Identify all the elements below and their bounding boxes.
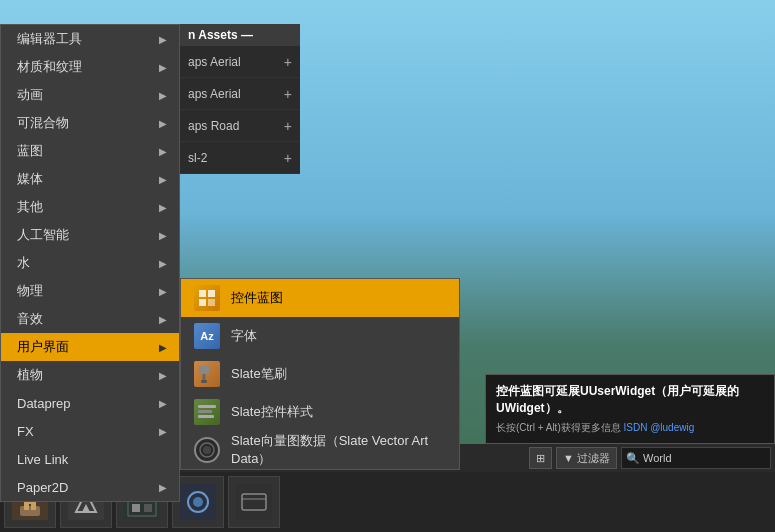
svg-rect-24 [132, 504, 140, 512]
menu-item-paper2d[interactable]: Paper2D ▶ [1, 473, 179, 501]
submenu-item-widget-blueprint[interactable]: 控件蓝图 [181, 279, 459, 317]
tooltip-hint: 长按(Ctrl + Alt)获得更多信息 ISDN @ludewig [496, 421, 764, 435]
svg-rect-6 [201, 380, 207, 383]
main-context-menu: 编辑器工具 ▶ 材质和纹理 ▶ 动画 ▶ 可混合物 ▶ 蓝图 ▶ 媒体 ▶ 其他… [0, 24, 180, 502]
add-asset-btn-4[interactable]: + [284, 150, 292, 166]
ui-submenu: 控件蓝图 Az 字体 Slate笔刷 [180, 278, 460, 470]
arrow-icon: ▶ [159, 482, 167, 493]
arrow-icon: ▶ [159, 62, 167, 73]
slate-vector-icon [194, 437, 220, 463]
arrow-icon: ▶ [159, 314, 167, 325]
menu-item-dataprep[interactable]: Dataprep ▶ [1, 389, 179, 417]
menu-item-sound[interactable]: 音效 ▶ [1, 305, 179, 333]
font-icon: Az [194, 323, 220, 349]
submenu-item-font[interactable]: Az 字体 [181, 317, 459, 355]
add-asset-btn-3[interactable]: + [284, 118, 292, 134]
menu-item-livelink[interactable]: Live Link ▶ [1, 445, 179, 473]
arrow-icon: ▶ [159, 286, 167, 297]
font-icon-box: Az [193, 322, 221, 350]
slate-brush-icon [194, 361, 220, 387]
menu-item-ai[interactable]: 人工智能 ▶ [1, 221, 179, 249]
menu-item-fx[interactable]: FX ▶ [1, 417, 179, 445]
widget-blueprint-label: 控件蓝图 [231, 289, 283, 307]
add-asset-btn-1[interactable]: + [284, 54, 292, 70]
font-label: 字体 [231, 327, 257, 345]
arrow-icon: ▶ [159, 174, 167, 185]
menu-item-materials[interactable]: 材质和纹理 ▶ [1, 53, 179, 81]
slate-vector-icon-box [193, 436, 221, 464]
svg-point-28 [193, 497, 203, 507]
submenu-item-slate-brush[interactable]: Slate笔刷 [181, 355, 459, 393]
arrow-icon: ▶ [159, 398, 167, 409]
slate-brush-label: Slate笔刷 [231, 365, 287, 383]
search-icon: 🔍 [626, 452, 640, 465]
filter-dropdown[interactable]: ▼ 过滤器 [556, 447, 617, 469]
slate-style-label: Slate控件样式 [231, 403, 313, 421]
svg-rect-9 [198, 415, 214, 418]
slate-vector-label: Slate向量图数据（Slate Vector Art Data） [231, 432, 447, 468]
arrow-icon: ▶ [159, 258, 167, 269]
menu-item-ui[interactable]: 用户界面 ▶ [1, 333, 179, 361]
svg-rect-15 [24, 502, 29, 510]
asset-preview-4 [180, 484, 216, 520]
assets-panel: n Assets — aps Aerial + aps Aerial + aps… [180, 24, 300, 174]
filter-icon: ▼ [563, 452, 574, 464]
arrow-icon: ▶ [159, 370, 167, 381]
submenu-item-slate-style[interactable]: Slate控件样式 [181, 393, 459, 431]
assets-panel-header: n Assets — [180, 24, 300, 46]
svg-rect-1 [208, 290, 215, 297]
svg-rect-14 [20, 506, 40, 516]
arrow-icon: ▶ [159, 118, 167, 129]
svg-rect-25 [144, 504, 152, 512]
menu-item-physics[interactable]: 物理 ▶ [1, 277, 179, 305]
menu-item-other[interactable]: 其他 ▶ [1, 193, 179, 221]
add-asset-btn-2[interactable]: + [284, 86, 292, 102]
tooltip-title: 控件蓝图可延展UUserWidget（用户可延展的UWidget）。 [496, 383, 764, 417]
menu-item-water[interactable]: 水 ▶ [1, 249, 179, 277]
arrow-icon: ▶ [159, 230, 167, 241]
arrow-icon: ▶ [159, 202, 167, 213]
asset-item-3: aps Road + [180, 110, 300, 142]
menu-item-animation[interactable]: 动画 ▶ [1, 81, 179, 109]
arrow-icon: ▶ [159, 146, 167, 157]
svg-rect-4 [199, 366, 209, 374]
tooltip-link: ISDN @ludewig [624, 422, 695, 433]
asset-preview-5 [236, 484, 272, 520]
submenu-item-slate-vector[interactable]: Slate向量图数据（Slate Vector Art Data） [181, 431, 459, 469]
view-toggle-button[interactable]: ⊞ [529, 447, 552, 469]
arrow-icon: ▶ [159, 34, 167, 45]
arrow-icon: ▶ [159, 426, 167, 437]
menu-item-blueprint[interactable]: 蓝图 ▶ [1, 137, 179, 165]
widget-blueprint-icon-box [193, 284, 221, 312]
menu-item-plants[interactable]: 植物 ▶ [1, 361, 179, 389]
slate-style-icon [194, 399, 220, 425]
slate-brush-icon-box [193, 360, 221, 388]
widget-blueprint-icon [194, 285, 220, 311]
search-box[interactable]: 🔍 [621, 447, 771, 469]
svg-rect-0 [199, 290, 206, 297]
arrow-icon: ▶ [159, 342, 167, 353]
tooltip-box: 控件蓝图可延展UUserWidget（用户可延展的UWidget）。 长按(Ct… [485, 374, 775, 444]
asset-item-4: sl-2 + [180, 142, 300, 174]
svg-rect-7 [198, 405, 216, 408]
asset-icon-5[interactable] [228, 476, 280, 528]
svg-rect-8 [198, 410, 212, 413]
search-input[interactable] [643, 452, 766, 464]
asset-item-1: aps Aerial + [180, 46, 300, 78]
grid-icon: ⊞ [536, 452, 545, 465]
slate-style-icon-box [193, 398, 221, 426]
menu-item-editor-tools[interactable]: 编辑器工具 ▶ [1, 25, 179, 53]
menu-item-blends[interactable]: 可混合物 ▶ [1, 109, 179, 137]
asset-item-2: aps Aerial + [180, 78, 300, 110]
svg-rect-3 [208, 299, 215, 306]
arrow-icon: ▶ [159, 90, 167, 101]
svg-point-11 [203, 446, 211, 454]
menu-item-media[interactable]: 媒体 ▶ [1, 165, 179, 193]
svg-rect-2 [199, 299, 206, 306]
svg-rect-16 [31, 502, 36, 510]
